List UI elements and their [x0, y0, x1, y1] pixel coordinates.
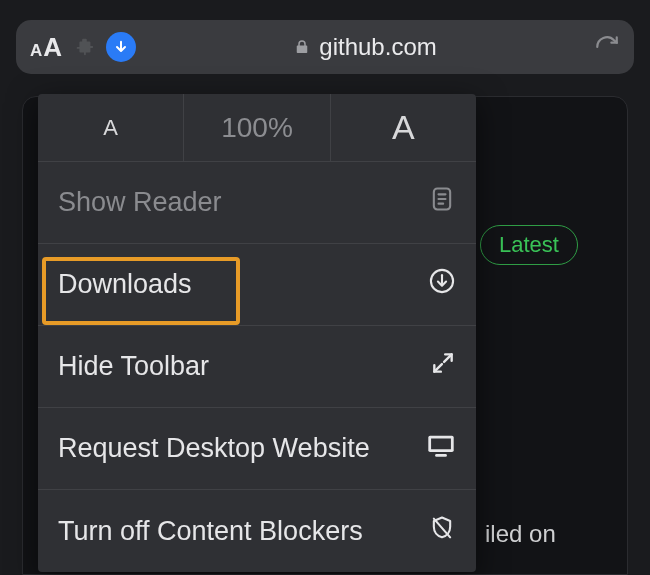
menu-item-label: Turn off Content Blockers	[58, 516, 363, 547]
svg-rect-3	[430, 438, 452, 451]
menu-item-label: Downloads	[58, 269, 192, 300]
url-domain: github.com	[319, 33, 436, 61]
menu-item-reader: Show Reader	[38, 162, 476, 244]
address-bar[interactable]: AA github.com	[16, 20, 634, 74]
aa-popover-menu: A 100% A Show Reader Downloads Hide Tool…	[38, 94, 476, 572]
lock-icon	[293, 38, 311, 56]
page-text-snippet: iled on	[485, 520, 556, 548]
url-display[interactable]: github.com	[146, 33, 584, 61]
menu-item-label: Request Desktop Website	[58, 433, 370, 464]
zoom-level[interactable]: 100%	[183, 94, 329, 161]
zoom-out-button[interactable]: A	[38, 94, 183, 161]
menu-item-desktop[interactable]: Request Desktop Website	[38, 408, 476, 490]
latest-badge: Latest	[480, 225, 578, 265]
reader-icon	[428, 185, 456, 220]
menu-item-hide-toolbar[interactable]: Hide Toolbar	[38, 326, 476, 408]
expand-icon	[430, 350, 456, 383]
menu-item-label: Hide Toolbar	[58, 351, 209, 382]
extension-icon[interactable]	[72, 35, 96, 59]
download-icon	[428, 267, 456, 302]
menu-item-label: Show Reader	[58, 187, 222, 218]
desktop-icon	[426, 431, 456, 466]
downloads-badge-icon[interactable]	[106, 32, 136, 62]
zoom-controls: A 100% A	[38, 94, 476, 162]
aa-menu-button[interactable]: AA	[30, 32, 62, 63]
shield-off-icon	[428, 514, 456, 549]
menu-item-content-blockers[interactable]: Turn off Content Blockers	[38, 490, 476, 572]
zoom-in-button[interactable]: A	[330, 94, 476, 161]
reload-button[interactable]	[594, 34, 620, 60]
menu-item-downloads[interactable]: Downloads	[38, 244, 476, 326]
